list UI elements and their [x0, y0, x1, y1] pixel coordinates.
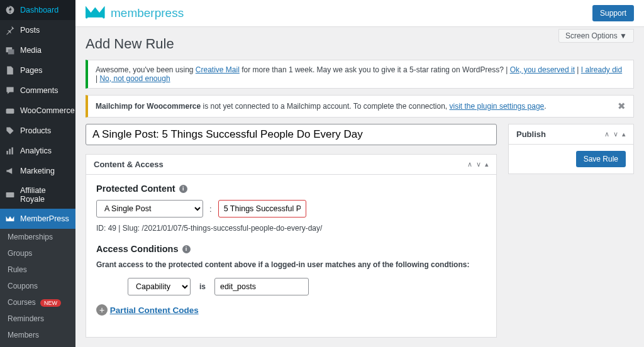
info-icon[interactable]: i: [182, 245, 191, 253]
move-down-icon[interactable]: ∨: [613, 130, 618, 138]
topbar: memberpress Support: [75, 0, 644, 27]
box-heading: Content & Access: [94, 160, 164, 169]
main-area: memberpress Support Screen Options ▼ Add…: [75, 0, 644, 347]
publish-heading: Publish: [516, 129, 546, 139]
pin-icon: [5, 25, 15, 35]
sidebar-item-affiliate[interactable]: Affiliate Royale: [0, 181, 75, 209]
notice-mailchimp: Mailchimp for Woocommerce is not yet con…: [86, 95, 634, 118]
link-plugin-settings[interactable]: visit the plugin settings page: [450, 102, 545, 111]
condition-row: Capability is: [128, 278, 486, 295]
add-condition-button[interactable]: +: [96, 304, 108, 316]
brand-text: memberpress: [111, 6, 184, 20]
svg-rect-5: [11, 147, 13, 154]
main-column: Content & Access ∧ ∨ ▴ Protected Content…: [86, 124, 497, 338]
svg-rect-2: [6, 109, 14, 114]
page-title: Add New Rule: [86, 36, 634, 52]
sidebar-label: Analytics: [20, 146, 52, 155]
side-column: Publish ∧ ∨ ▴ Save Rule: [508, 124, 634, 174]
rule-title-input[interactable]: [86, 124, 497, 145]
sidebar-item-woocommerce[interactable]: WooCommerce: [0, 101, 75, 121]
condition-type-select[interactable]: Capability: [128, 278, 191, 295]
condition-value-input[interactable]: [214, 278, 309, 295]
svg-rect-4: [9, 149, 10, 155]
submenu-reminders[interactable]: Reminders: [0, 311, 75, 327]
sidebar-item-products[interactable]: Products: [0, 121, 75, 141]
sidebar-label: Media: [20, 46, 42, 55]
toggle-icon[interactable]: ▴: [485, 160, 489, 168]
partial-content-codes-link[interactable]: Partial Content Codes: [110, 306, 199, 315]
sidebar-label: Posts: [20, 26, 40, 35]
admin-sidebar: Dashboard Posts Media Pages Comments Woo…: [0, 0, 75, 347]
brand-logo: memberpress: [86, 6, 184, 20]
info-icon[interactable]: i: [179, 185, 187, 193]
link-creative-mail[interactable]: Creative Mail: [196, 65, 240, 74]
submenu-courses[interactable]: Courses NEW: [0, 294, 75, 311]
sidebar-item-pages[interactable]: Pages: [0, 60, 75, 80]
submenu-coupons[interactable]: Coupons: [0, 278, 75, 294]
sidebar-label: Comments: [20, 86, 58, 95]
submenu-rules[interactable]: Rules: [0, 262, 75, 278]
move-up-icon[interactable]: ∧: [467, 160, 472, 168]
box-handle-actions: ∧ ∨ ▴: [467, 160, 489, 168]
post-search-input[interactable]: [218, 200, 306, 218]
submenu-members[interactable]: Members: [0, 327, 75, 343]
sidebar-label: MemberPress: [20, 214, 69, 223]
move-down-icon[interactable]: ∨: [476, 160, 481, 168]
content-wrap: Screen Options ▼ Add New Rule Awesome, y…: [75, 27, 644, 347]
svg-rect-3: [6, 151, 8, 155]
sidebar-submenu: Memberships Groups Rules Coupons Courses…: [0, 229, 75, 347]
notice-text: is not yet connected to a Mailchimp acco…: [201, 102, 449, 111]
content-access-box: Content & Access ∧ ∨ ▴ Protected Content…: [86, 154, 497, 338]
access-conditions-label: Access Conditions i: [96, 244, 486, 254]
notice-text: Awesome, you've been using: [96, 65, 196, 74]
save-rule-button[interactable]: Save Rule: [576, 151, 626, 167]
sidebar-item-marketing[interactable]: Marketing: [0, 161, 75, 181]
notice-text: for more than 1 week. May we ask you to …: [240, 65, 510, 74]
card-icon: [5, 190, 15, 200]
sidebar-label: Pages: [20, 66, 42, 75]
sidebar-label: WooCommerce: [20, 106, 75, 115]
sidebar-item-media[interactable]: Media: [0, 40, 75, 60]
analytics-icon: [5, 146, 15, 156]
link-already-did[interactable]: I already did: [581, 65, 622, 74]
svg-rect-6: [6, 192, 14, 197]
sidebar-label: Affiliate Royale: [20, 186, 70, 204]
dashboard-icon: [5, 5, 15, 15]
protected-content-label: Protected Content i: [96, 184, 486, 194]
new-badge: NEW: [40, 299, 61, 307]
publish-box: Publish ∧ ∨ ▴ Save Rule: [508, 124, 634, 174]
sidebar-item-posts[interactable]: Posts: [0, 20, 75, 40]
access-conditions-desc: Grant access to the protected content ab…: [96, 260, 486, 269]
sidebar-item-comments[interactable]: Comments: [0, 80, 75, 101]
colon-sep: :: [209, 204, 212, 214]
memberpress-icon: [5, 214, 15, 224]
sidebar-item-memberpress[interactable]: MemberPress: [0, 209, 75, 229]
link-not-good[interactable]: No, not good enough: [99, 74, 170, 83]
sidebar-item-analytics[interactable]: Analytics: [0, 141, 75, 161]
submenu-groups[interactable]: Groups: [0, 245, 75, 262]
svg-rect-1: [8, 49, 14, 54]
notice-creative-mail: Awesome, you've been using Creative Mail…: [86, 60, 634, 89]
submenu-label: Courses: [8, 298, 36, 307]
support-button[interactable]: Support: [592, 5, 634, 21]
media-icon: [5, 45, 15, 55]
content-type-select[interactable]: A Single Post: [96, 200, 203, 218]
megaphone-icon: [5, 166, 15, 176]
submenu-subscriptions[interactable]: Subscriptions: [0, 343, 75, 347]
woo-icon: [5, 106, 15, 116]
is-label: is: [199, 282, 206, 291]
page-icon: [5, 65, 15, 75]
submenu-memberships[interactable]: Memberships: [0, 229, 75, 245]
screen-options-toggle[interactable]: Screen Options ▼: [558, 29, 634, 43]
move-up-icon[interactable]: ∧: [604, 130, 609, 138]
sidebar-item-dashboard[interactable]: Dashboard: [0, 0, 75, 20]
close-icon[interactable]: ✖: [611, 101, 626, 112]
post-meta: ID: 49 | Slug: /2021/01/07/5-things-succ…: [96, 224, 322, 233]
box-handle-actions: ∧ ∨ ▴: [604, 130, 626, 138]
comment-icon: [5, 85, 15, 96]
sidebar-label: Dashboard: [20, 6, 58, 14]
products-icon: [5, 126, 15, 136]
toggle-icon[interactable]: ▴: [622, 130, 626, 138]
link-ok-deserved[interactable]: Ok, you deserved it: [510, 65, 575, 74]
sidebar-label: Marketing: [20, 167, 55, 175]
